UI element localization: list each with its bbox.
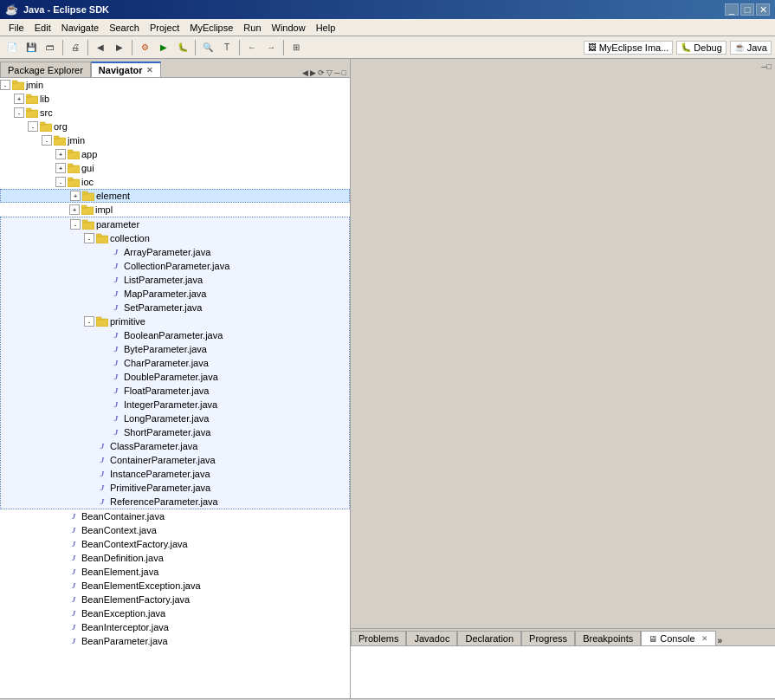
forward-button[interactable]: ▶	[111, 39, 128, 56]
tree-item[interactable]: -jmin	[0, 133, 350, 147]
tree-item[interactable]: JByteParameter.java	[1, 342, 349, 356]
menu-edit[interactable]: Edit	[29, 22, 56, 34]
minimize-button[interactable]: _	[725, 3, 739, 16]
tree-expand-minus[interactable]: -	[28, 121, 38, 132]
tree-item[interactable]: -ioc	[0, 175, 350, 189]
myeclipse-label[interactable]: 🖼 MyEclipse Ima...	[584, 41, 674, 55]
tab-navigator[interactable]: Navigator ✕	[91, 62, 161, 77]
bottom-tab-overflow[interactable]: »	[718, 636, 723, 645]
tree-item[interactable]: JCollectionParameter.java	[1, 259, 349, 273]
tree-item[interactable]: JFloatParameter.java	[1, 384, 349, 398]
tree-item[interactable]: +impl	[0, 203, 350, 217]
tree-item[interactable]: JBeanInterceptor.java	[0, 620, 350, 634]
bottom-tab-progress[interactable]: Progress	[521, 631, 575, 645]
debug-button[interactable]: 🐛	[174, 39, 191, 56]
tree-item[interactable]: +element	[0, 189, 350, 203]
tree-item[interactable]: JArrayParameter.java	[1, 245, 349, 259]
tab-package-explorer[interactable]: Package Explorer	[0, 62, 91, 77]
tree-item[interactable]: -collection	[1, 231, 349, 245]
tree-item[interactable]: JBeanException.java	[0, 606, 350, 620]
tree-item[interactable]: -src	[0, 106, 350, 120]
tree-item[interactable]: JCharParameter.java	[1, 356, 349, 370]
debug-label[interactable]: 🐛 Debug	[676, 41, 726, 55]
tree-item[interactable]: JBeanContainer.java	[0, 509, 350, 523]
tab-navigator-close[interactable]: ✕	[146, 66, 153, 75]
java-perspective-label[interactable]: ☕ Java	[730, 41, 772, 55]
tree-item[interactable]: +gui	[0, 161, 350, 175]
tree-item[interactable]: JClassParameter.java	[1, 439, 349, 453]
menu-search[interactable]: Search	[104, 22, 145, 34]
menu-file[interactable]: File	[3, 22, 29, 34]
tree-item[interactable]: +lib	[0, 92, 350, 106]
open-perspective-button[interactable]: ⊞	[287, 39, 305, 56]
tree-item[interactable]: JBeanContextFactory.java	[0, 537, 350, 551]
menu-navigate[interactable]: Navigate	[56, 22, 104, 34]
menu-project[interactable]: Project	[145, 22, 184, 34]
build-button[interactable]: ⚙	[136, 39, 153, 56]
tree-expand-minus[interactable]: -	[55, 177, 66, 187]
new-button[interactable]: 📄	[3, 39, 21, 56]
tree-expand-plus[interactable]: +	[14, 94, 24, 104]
bottom-tab-breakpoints[interactable]: Breakpoints	[575, 631, 641, 645]
tree-item[interactable]: JMapParameter.java	[1, 287, 349, 301]
menu-window[interactable]: Window	[267, 22, 311, 34]
tab-minimize-button[interactable]: ─	[334, 68, 339, 77]
maximize-button[interactable]: □	[740, 3, 754, 16]
search-toolbar-button[interactable]: 🔍	[199, 39, 216, 56]
tree-expand-minus[interactable]: -	[84, 316, 94, 327]
print-button[interactable]: 🖨	[67, 39, 84, 56]
bottom-tab-declaration[interactable]: Declaration	[457, 631, 521, 645]
tree-item[interactable]: JBeanElementFactory.java	[0, 593, 350, 606]
tab-sync-button[interactable]: ⟳	[318, 68, 325, 77]
tree-expand-plus[interactable]: +	[70, 191, 81, 201]
tree-expand-minus[interactable]: -	[42, 135, 52, 146]
bottom-tab-console-close[interactable]: ✕	[701, 634, 708, 643]
run-button[interactable]: ▶	[155, 39, 172, 56]
tree-item[interactable]: -jmin	[0, 78, 350, 92]
prev-edit-button[interactable]: ←	[243, 39, 261, 56]
tree-item[interactable]: JBeanElementException.java	[0, 579, 350, 593]
tree-expand-minus[interactable]: -	[14, 107, 24, 118]
tree-item[interactable]: -org	[0, 120, 350, 133]
tree-expand-minus[interactable]: -	[70, 219, 81, 230]
tree-item[interactable]: JSetParameter.java	[1, 301, 349, 314]
tree-item[interactable]: -primitive	[1, 314, 349, 328]
tree-item[interactable]: JInstanceParameter.java	[1, 467, 349, 481]
tree-container[interactable]: -jmin+lib-src-org-jmin+app+gui-ioc+eleme…	[0, 78, 350, 698]
tree-item[interactable]: JBeanElement.java	[0, 565, 350, 579]
tree-expand-minus[interactable]: -	[84, 233, 94, 243]
tree-item[interactable]: JDoubleParameter.java	[1, 370, 349, 384]
tab-maximize-button[interactable]: □	[342, 68, 346, 77]
close-button[interactable]: ✕	[756, 3, 770, 16]
tree-item[interactable]: JBeanParameter.java	[0, 634, 350, 648]
right-maximize-button[interactable]: □	[767, 62, 772, 71]
tree-expand-plus[interactable]: +	[55, 149, 66, 159]
tree-item[interactable]: JLongParameter.java	[1, 412, 349, 425]
tree-item[interactable]: JReferenceParameter.java	[1, 495, 349, 509]
tree-item[interactable]: -parameter	[1, 217, 349, 231]
tree-item[interactable]: JListParameter.java	[1, 273, 349, 287]
bottom-tab-javadoc[interactable]: Javadoc	[406, 631, 457, 645]
tab-back-button[interactable]: ◀	[302, 68, 308, 77]
tree-item[interactable]: JIntegerParameter.java	[1, 398, 349, 412]
open-type-button[interactable]: T	[218, 39, 236, 56]
menu-run[interactable]: Run	[238, 22, 266, 34]
tree-item[interactable]: JBeanDefinition.java	[0, 551, 350, 565]
tree-item[interactable]: JShortParameter.java	[1, 425, 349, 439]
menu-help[interactable]: Help	[311, 22, 341, 34]
menu-myeclipse[interactable]: MyEclipse	[184, 22, 238, 34]
tree-expand-plus[interactable]: +	[55, 163, 66, 173]
tab-forward-button[interactable]: ▶	[310, 68, 316, 77]
tree-item[interactable]: JPrimitiveParameter.java	[1, 481, 349, 495]
tree-item[interactable]: JBooleanParameter.java	[1, 328, 349, 342]
tree-expand-minus[interactable]: -	[0, 80, 10, 90]
tree-item[interactable]: +app	[0, 147, 350, 161]
save-button[interactable]: 💾	[23, 39, 40, 56]
tree-item[interactable]: JBeanContext.java	[0, 523, 350, 537]
tree-expand-plus[interactable]: +	[69, 204, 80, 215]
next-edit-button[interactable]: →	[262, 39, 280, 56]
tree-item[interactable]: JContainerParameter.java	[1, 453, 349, 467]
bottom-tab-console[interactable]: 🖥 Console ✕	[641, 631, 715, 645]
save-all-button[interactable]: 🗃	[42, 39, 59, 56]
tab-collapse-button[interactable]: ▽	[326, 68, 333, 77]
